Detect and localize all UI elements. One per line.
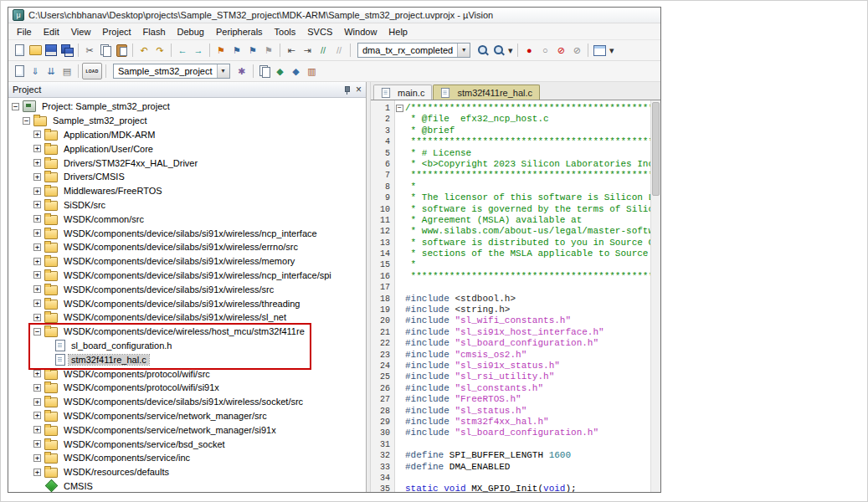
- download-button[interactable]: LOAD: [82, 63, 102, 79]
- find-dropdown[interactable]: ▾: [506, 43, 514, 58]
- menu-debug[interactable]: Debug: [172, 25, 210, 38]
- tree-item-wsdk-components-device-silabs-si91x-wireless-ncp-interface[interactable]: +WSDK/components/device/silabs/si91x/wir…: [8, 226, 366, 240]
- tree-item-wsdk-components-service-network-manager-src[interactable]: +WSDK/components/service/network_manager…: [8, 409, 366, 423]
- expand-icon[interactable]: +: [33, 384, 41, 392]
- insert-breakpoint-button[interactable]: ●: [521, 43, 537, 58]
- toggle-bookmark-button[interactable]: ⚑: [213, 43, 229, 58]
- tree-item-stm32f411re-hal-c[interactable]: stm32f411re_hal.c: [8, 352, 366, 366]
- find-in-files-button[interactable]: [475, 43, 490, 58]
- build-button[interactable]: ⇓: [28, 64, 43, 79]
- menu-flash[interactable]: Flash: [137, 25, 172, 38]
- tree-item-wsdk-components-device-silabs-si91x-wireless-errno-src[interactable]: +WSDK/components/device/silabs/si91x/wir…: [8, 240, 366, 254]
- redo-button[interactable]: ↷: [152, 43, 167, 58]
- expand-icon[interactable]: +: [33, 314, 41, 321]
- function-search-combo[interactable]: dma_tx_rx_completed: [357, 43, 470, 58]
- menu-tools[interactable]: Tools: [269, 25, 302, 38]
- tree-item-drivers-cmsis[interactable]: +Drivers/CMSIS: [8, 170, 366, 184]
- tree-item-sample-stm32-project[interactable]: −Sample_stm32_project: [8, 114, 366, 128]
- collapse-icon[interactable]: −: [23, 117, 30, 125]
- fold-icon[interactable]: −: [396, 105, 403, 112]
- tree-item-middlewares-freertos[interactable]: +Middlewares/FreeRTOS: [8, 184, 366, 198]
- tree-item-wsdk-components-service-inc[interactable]: +WSDK/components/service/inc: [8, 451, 366, 465]
- undo-button[interactable]: ↶: [136, 43, 152, 58]
- collapse-icon[interactable]: −: [12, 103, 19, 110]
- open-file-button[interactable]: [28, 43, 43, 58]
- tree-item-wsdk-common-src[interactable]: +WSDK/common/src: [8, 212, 366, 226]
- tree-item-wsdk-components-device-silabs-si91x-wireless-memory[interactable]: +WSDK/components/device/silabs/si91x/wir…: [8, 254, 366, 269]
- expand-icon[interactable]: +: [33, 131, 41, 138]
- file-extensions-button[interactable]: ◆: [289, 64, 304, 79]
- expand-icon[interactable]: +: [33, 426, 41, 433]
- expand-icon[interactable]: +: [33, 145, 41, 152]
- collapse-icon[interactable]: −: [33, 328, 41, 336]
- save-all-button[interactable]: [59, 43, 74, 58]
- expand-icon[interactable]: +: [33, 300, 41, 307]
- menu-edit[interactable]: Edit: [38, 25, 65, 38]
- expand-icon[interactable]: +: [33, 229, 41, 237]
- expand-icon[interactable]: +: [33, 159, 41, 166]
- clear-bookmarks-button[interactable]: ⚑: [261, 43, 276, 58]
- menu-view[interactable]: View: [65, 25, 97, 38]
- code-view[interactable]: 1−/*************************************…: [371, 100, 660, 492]
- kill-all-breakpoints-button[interactable]: ⊘: [569, 43, 584, 58]
- tab-main-c[interactable]: main.c: [373, 85, 432, 100]
- tree-item-wsdk-components-service-bsd-socket[interactable]: +WSDK/components/service/bsd_socket: [8, 437, 366, 451]
- expand-icon[interactable]: +: [33, 258, 41, 265]
- menu-window[interactable]: Window: [338, 25, 383, 38]
- tree-item-wsdk-resources-defaults[interactable]: +WSDK/resources/defaults: [8, 465, 366, 479]
- next-bookmark-button[interactable]: ⚑: [245, 43, 260, 58]
- copy-button[interactable]: [98, 43, 113, 58]
- close-icon[interactable]: ×: [356, 85, 362, 94]
- title-bar[interactable]: C:\Users\chbhanav\Desktop\projects\Sampl…: [8, 8, 660, 23]
- options-for-target-button[interactable]: ✱: [234, 64, 249, 79]
- expand-icon[interactable]: +: [33, 285, 41, 293]
- new-file-button[interactable]: [12, 43, 27, 58]
- disable-all-breakpoints-button[interactable]: ⊘: [553, 43, 568, 58]
- tree-item-sisdk-src[interactable]: +SiSDK/src: [8, 198, 366, 213]
- previous-bookmark-button[interactable]: ⚑: [229, 43, 244, 58]
- expand-icon[interactable]: +: [33, 173, 41, 181]
- tree-item-wsdk-components-protocol-wifi-si91x[interactable]: +WSDK/components/protocol/wifi/si91x: [8, 381, 366, 395]
- books-button[interactable]: ▥: [305, 64, 320, 79]
- batch-build-button[interactable]: ▤: [59, 64, 74, 79]
- menu-file[interactable]: File: [11, 25, 38, 38]
- expand-icon[interactable]: +: [33, 370, 41, 377]
- tree-item-application-mdk-arm[interactable]: +Application/MDK-ARM: [8, 128, 366, 142]
- tree-item-wsdk-components-device-silabs-si91x-wireless-src[interactable]: +WSDK/components/device/silabs/si91x/wir…: [8, 282, 366, 296]
- navigate-forward-button[interactable]: →: [191, 43, 206, 58]
- manage-project-items-button[interactable]: [257, 64, 272, 79]
- cut-button[interactable]: ✂: [82, 43, 97, 58]
- tree-item-wsdk-components-device-wireless-host-mcu-stm32f411re[interactable]: −WSDK/components/device/wireless/host_mc…: [8, 325, 366, 339]
- editor-vscrollbar[interactable]: [650, 100, 660, 492]
- comment-button[interactable]: //: [316, 43, 331, 58]
- menu-project[interactable]: Project: [96, 25, 136, 38]
- expand-icon[interactable]: +: [33, 440, 41, 448]
- outdent-button[interactable]: ⇤: [284, 43, 299, 58]
- scrollbar-thumb[interactable]: [652, 102, 660, 196]
- menu-help[interactable]: Help: [383, 25, 413, 38]
- enable-disable-breakpoint-button[interactable]: ○: [537, 43, 552, 58]
- expand-icon[interactable]: +: [33, 243, 41, 251]
- target-select-combo[interactable]: Sample_stm32_project: [113, 64, 230, 79]
- tree-item-wsdk-components-device-silabs-si91x-wireless-threading[interactable]: +WSDK/components/device/silabs/si91x/wir…: [8, 296, 366, 310]
- tree-item-wsdk-components-device-silabs-si91x-wireless-ncp-interface-spi[interactable]: +WSDK/components/device/silabs/si91x/wir…: [8, 269, 366, 283]
- window-layout-button[interactable]: [592, 43, 607, 58]
- expand-icon[interactable]: +: [33, 187, 41, 195]
- uncomment-button[interactable]: //: [331, 43, 347, 58]
- combo-dropdown-icon[interactable]: [457, 44, 470, 57]
- expand-icon[interactable]: +: [33, 201, 41, 208]
- expand-icon[interactable]: +: [33, 454, 41, 462]
- menu-svcs[interactable]: SVCS: [301, 25, 338, 38]
- navigate-back-button[interactable]: ←: [175, 43, 190, 58]
- tree-item-wsdk-components-service-network-manager-si91x[interactable]: +WSDK/components/service/network_manager…: [8, 423, 366, 437]
- pin-icon[interactable]: [342, 85, 351, 95]
- tree-item-project-sample-stm32-project[interactable]: −Project: Sample_stm32_project: [8, 100, 366, 114]
- tree-item-sl-board-configuration-h[interactable]: sl_board_configuration.h: [8, 339, 366, 353]
- tree-item-wsdk-components-protocol-wifi-src[interactable]: +WSDK/components/protocol/wifi/src: [8, 366, 366, 381]
- paste-button[interactable]: [114, 43, 129, 58]
- combo-dropdown-icon[interactable]: [217, 64, 229, 78]
- rebuild-button[interactable]: ⇊: [44, 64, 59, 79]
- find-button[interactable]: [490, 43, 506, 58]
- window-layout-dropdown[interactable]: ▾: [608, 43, 615, 58]
- expand-icon[interactable]: +: [33, 271, 41, 279]
